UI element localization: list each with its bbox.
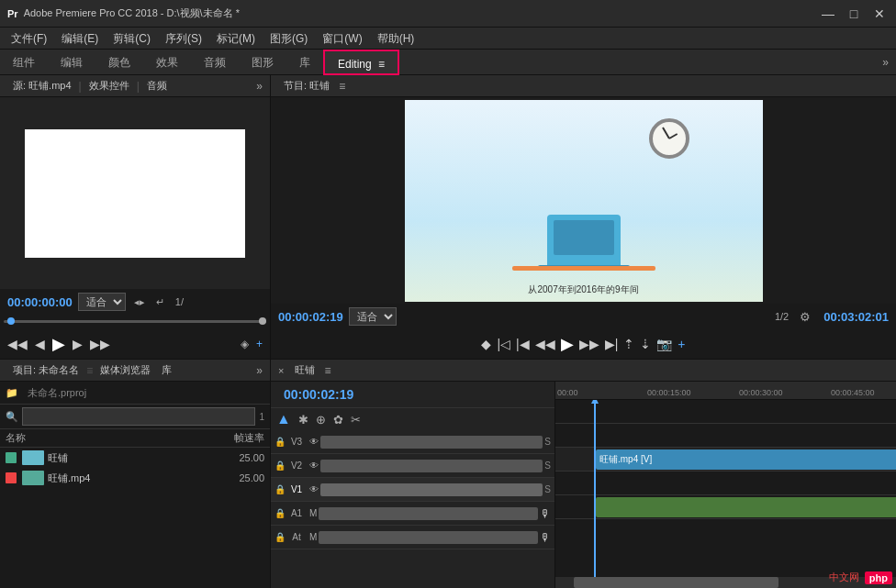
source-scrub-end — [259, 317, 266, 325]
list-item[interactable]: 旺铺 25.00 — [0, 448, 270, 468]
source-fit-select[interactable]: 适合 — [78, 293, 126, 311]
source-btn-step-back[interactable]: ◀ — [35, 337, 45, 351]
track-sync-icon[interactable]: S — [544, 460, 551, 471]
track-eye-icon[interactable]: 👁 — [309, 460, 319, 471]
timeline-playhead[interactable] — [594, 400, 596, 577]
timeline-tool-select[interactable]: ▲ — [274, 410, 293, 428]
laptop-screen — [554, 220, 614, 255]
timeline-tool-buttons: ▲ ✱ ⊕ ✿ ✂ — [271, 408, 554, 430]
source-btn-play[interactable]: ▶ — [52, 334, 65, 354]
track-eye-icon[interactable]: 👁 — [309, 437, 319, 447]
tab-editing[interactable]: 编辑 — [48, 50, 95, 75]
project-search-input[interactable] — [22, 407, 255, 426]
project-filename: 未命名.prproj — [22, 383, 92, 402]
track-lock-icon[interactable]: 🔒 — [274, 532, 286, 542]
program-btn-back-clip[interactable]: |◀ — [516, 337, 530, 351]
program-btn-mark-out[interactable]: |◁ — [497, 337, 510, 351]
source-scrub-bar[interactable] — [0, 315, 270, 329]
source-tc-btn1[interactable]: ◂▸ — [131, 296, 148, 308]
track-lock-icon[interactable]: 🔒 — [274, 460, 286, 471]
menu-graphics[interactable]: 图形(G) — [263, 28, 315, 50]
timeline-track-controls: 🔒 V3 👁 S 🔒 V2 👁 S — [271, 430, 554, 588]
source-scrub-track[interactable] — [4, 320, 266, 323]
audio-clip-at[interactable] — [596, 497, 896, 517]
track-lock-icon[interactable]: 🔒 — [274, 508, 286, 518]
program-tab-icon[interactable]: ≡ — [339, 80, 345, 93]
source-btn-back[interactable]: ◀◀ — [7, 337, 28, 351]
tab-audio[interactable]: 音频 — [191, 50, 239, 75]
track-m-icon[interactable]: M — [309, 532, 317, 542]
menu-file[interactable]: 文件(F) — [4, 28, 54, 50]
track-lock-icon[interactable]: 🔒 — [274, 484, 286, 494]
timeline-tool-ripple[interactable]: ✱ — [297, 412, 310, 427]
program-tab[interactable]: 节目: 旺铺 — [278, 79, 335, 93]
minimize-button[interactable]: — — [819, 6, 837, 21]
source-btn-extra[interactable]: ◈ — [241, 338, 249, 350]
source-btn-add[interactable]: + — [256, 338, 263, 350]
track-mic-icon[interactable]: 🎙 — [540, 507, 551, 520]
tab-active-editing[interactable]: Editing ≡ — [323, 50, 399, 75]
source-btn-fwd[interactable]: ▶▶ — [90, 337, 110, 351]
timeline-timecode: 00:00:02:19 — [276, 383, 361, 405]
program-btn-add[interactable]: + — [678, 337, 685, 351]
program-btn-camera[interactable]: 📷 — [656, 337, 672, 351]
clock-minute-hand — [668, 133, 678, 139]
track-eye-icon[interactable]: 👁 — [309, 484, 319, 494]
tab-libraries[interactable]: 库 — [286, 50, 323, 75]
menu-edit[interactable]: 编辑(E) — [54, 28, 106, 50]
track-sync-icon[interactable]: S — [544, 484, 551, 494]
project-view-icon[interactable]: 1 — [259, 412, 264, 422]
menu-sequence[interactable]: 序列(S) — [158, 28, 209, 50]
close-button[interactable]: ✕ — [870, 6, 889, 21]
program-btn-mark-in[interactable]: ◆ — [481, 337, 491, 351]
media-browser-tab[interactable]: 媒体浏览器 — [95, 363, 156, 377]
source-btn-step-fwd[interactable]: ▶ — [73, 337, 83, 351]
timeline-scroll-thumb[interactable] — [574, 577, 778, 588]
timeline-tool-razor[interactable]: ✂ — [349, 412, 363, 427]
timeline-tab[interactable]: 旺铺 — [289, 363, 320, 377]
maximize-button[interactable]: □ — [845, 6, 863, 21]
program-btn-play[interactable]: ▶ — [561, 334, 574, 354]
menu-marker[interactable]: 标记(M) — [209, 28, 263, 50]
source-tab[interactable]: 源: 旺铺.mp4 — [7, 79, 77, 93]
project-panel: 项目: 未命名名 ≡ 媒体浏览器 库 » 📁 未命名.prproj 🔍 1 名称… — [0, 360, 270, 588]
program-btn-extract[interactable]: ⇣ — [640, 337, 651, 351]
list-item[interactable]: 旺铺.mp4 25.00 — [0, 468, 270, 488]
menu-window[interactable]: 窗口(W) — [315, 28, 369, 50]
timeline-tool-snap[interactable]: ⊕ — [314, 412, 328, 427]
audio-tab[interactable]: 音频 — [141, 79, 173, 93]
program-btn-fwd-clip[interactable]: ▶| — [605, 337, 619, 351]
video-clip-v1[interactable]: 旺铺.mp4 [V] — [596, 449, 896, 470]
program-btn-lift[interactable]: ⇡ — [623, 337, 634, 351]
track-sync-icon[interactable]: S — [544, 437, 551, 447]
col-name: 名称 — [6, 431, 218, 445]
source-playhead[interactable] — [7, 317, 15, 325]
effect-controls-tab[interactable]: 效果控件 — [84, 79, 135, 93]
menu-clip[interactable]: 剪辑(C) — [106, 28, 158, 50]
libraries-tab[interactable]: 库 — [156, 363, 177, 377]
program-btn-fwd[interactable]: ▶▶ — [579, 337, 599, 351]
program-btn-back[interactable]: ◀◀ — [535, 337, 555, 351]
title-bar: Pr Adobe Premiere Pro CC 2018 - D:\视频\未命… — [0, 0, 896, 28]
track-lock-icon[interactable]: 🔒 — [274, 437, 286, 447]
source-panel-more-icon[interactable]: » — [256, 80, 263, 93]
track-mic2-icon[interactable]: 🎙 — [540, 531, 551, 544]
timeline-ruler[interactable]: 00:00 00:00:15:00 00:00:30:00 00:00:45:0… — [555, 382, 896, 400]
track-m-icon[interactable]: M — [309, 508, 317, 518]
timeline-tab-icon[interactable]: ≡ — [324, 364, 330, 377]
workspace-expand-icon[interactable]: » — [882, 56, 889, 69]
source-tc-btn2[interactable]: ↵ — [153, 296, 167, 308]
program-settings-icon[interactable]: ⚙ — [800, 310, 811, 324]
track-control-v1: 🔒 V1 👁 S — [271, 478, 554, 502]
project-tab[interactable]: 项目: 未命名名 — [7, 363, 84, 377]
tab-assembly[interactable]: 组件 — [0, 50, 48, 75]
project-more-icon[interactable]: » — [256, 364, 263, 377]
tab-color[interactable]: 颜色 — [95, 50, 143, 75]
program-fit-select[interactable]: 适合 — [349, 307, 397, 326]
timeline-tool-link[interactable]: ✿ — [331, 412, 345, 427]
tab-effects[interactable]: 效果 — [143, 50, 191, 75]
timeline-close-icon[interactable]: × — [278, 365, 284, 376]
tab-graphics[interactable]: 图形 — [239, 50, 286, 75]
menu-help[interactable]: 帮助(H) — [370, 28, 422, 50]
main-layout: 源: 旺铺.mp4 | 效果控件 | 音频 » 00:00:00:00 适合 ◂… — [0, 75, 896, 588]
